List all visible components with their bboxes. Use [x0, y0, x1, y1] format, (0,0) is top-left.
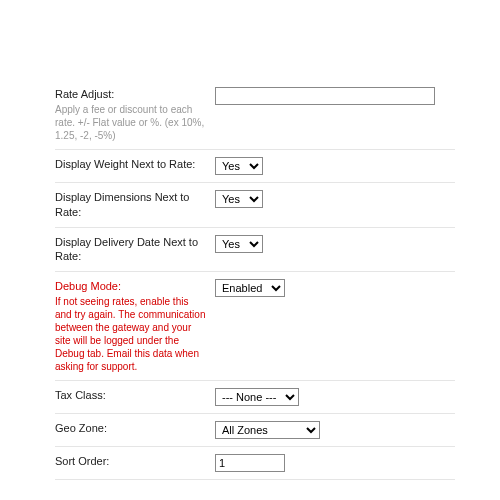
tax-class-label: Tax Class: [55, 388, 207, 403]
display-delivery-label: Display Delivery Date Next to Rate: [55, 235, 207, 265]
label-display-dimensions: Display Dimensions Next to Rate: [55, 190, 215, 220]
input-col [215, 87, 455, 105]
input-col: YesNo [215, 235, 455, 253]
row-display-delivery: Display Delivery Date Next to Rate: YesN… [55, 228, 455, 273]
input-col: All Zones [215, 421, 455, 439]
display-weight-label: Display Weight Next to Rate: [55, 157, 207, 172]
rate-adjust-hint: Apply a fee or discount to each rate. +/… [55, 103, 207, 142]
input-col [215, 454, 455, 472]
display-weight-select[interactable]: YesNo [215, 157, 263, 175]
geo-zone-select[interactable]: All Zones [215, 421, 320, 439]
label-rate-adjust: Rate Adjust: Apply a fee or discount to … [55, 87, 215, 142]
input-col: YesNo [215, 157, 455, 175]
rate-adjust-input[interactable] [215, 87, 435, 105]
display-delivery-select[interactable]: YesNo [215, 235, 263, 253]
debug-mode-select[interactable]: EnabledDisabled [215, 279, 285, 297]
label-debug-mode: Debug Mode: If not seeing rates, enable … [55, 279, 215, 373]
label-sort-order: Sort Order: [55, 454, 215, 469]
label-display-delivery: Display Delivery Date Next to Rate: [55, 235, 215, 265]
row-debug-mode: Debug Mode: If not seeing rates, enable … [55, 272, 455, 381]
label-geo-zone: Geo Zone: [55, 421, 215, 436]
row-tax-class: Tax Class: --- None --- [55, 381, 455, 414]
row-sort-order: Sort Order: [55, 447, 455, 480]
geo-zone-label: Geo Zone: [55, 421, 207, 436]
sort-order-label: Sort Order: [55, 454, 207, 469]
rate-adjust-label: Rate Adjust: [55, 87, 207, 102]
sort-order-input[interactable] [215, 454, 285, 472]
settings-form: Rate Adjust: Apply a fee or discount to … [0, 0, 500, 500]
debug-mode-label: Debug Mode: [55, 279, 207, 294]
display-dimensions-select[interactable]: YesNo [215, 190, 263, 208]
row-rate-adjust: Rate Adjust: Apply a fee or discount to … [55, 80, 455, 150]
label-tax-class: Tax Class: [55, 388, 215, 403]
row-geo-zone: Geo Zone: All Zones [55, 414, 455, 447]
row-display-weight: Display Weight Next to Rate: YesNo [55, 150, 455, 183]
input-col: YesNo [215, 190, 455, 208]
label-display-weight: Display Weight Next to Rate: [55, 157, 215, 172]
input-col: --- None --- [215, 388, 455, 406]
row-display-dimensions: Display Dimensions Next to Rate: YesNo [55, 183, 455, 228]
input-col: EnabledDisabled [215, 279, 455, 297]
debug-mode-hint: If not seeing rates, enable this and try… [55, 295, 207, 373]
display-dimensions-label: Display Dimensions Next to Rate: [55, 190, 207, 220]
tax-class-select[interactable]: --- None --- [215, 388, 299, 406]
